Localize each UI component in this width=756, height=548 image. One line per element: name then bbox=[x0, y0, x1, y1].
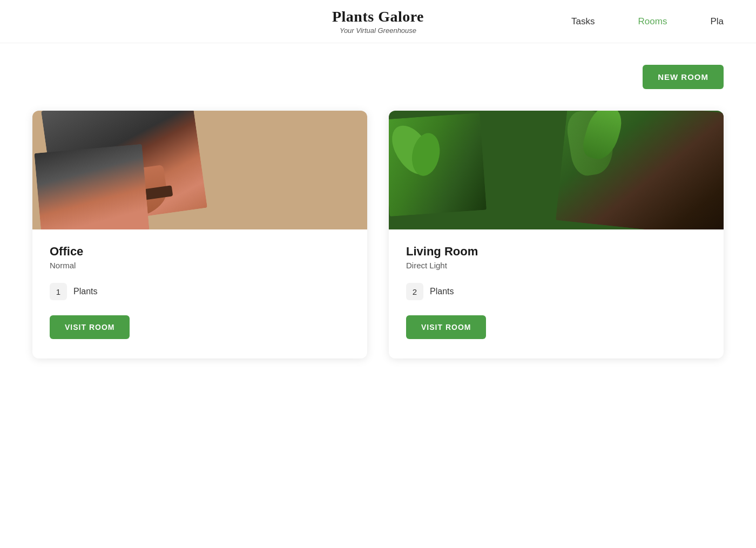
room-card-living-room: Living Room Direct Light 2 Plants VISIT … bbox=[389, 111, 724, 358]
nav-rooms[interactable]: Rooms bbox=[638, 16, 667, 27]
office-card-image bbox=[32, 111, 367, 229]
rooms-grid: Office Normal 1 Plants VISIT ROOM bbox=[32, 111, 724, 358]
office-plants-label: Plants bbox=[73, 287, 97, 296]
plant-visual bbox=[556, 111, 724, 229]
living-image-bg bbox=[389, 111, 724, 229]
living-room-plants-count-row: 2 Plants bbox=[406, 283, 706, 300]
office-visit-room-button[interactable]: VISIT ROOM bbox=[50, 315, 130, 339]
living-room-plant-count: 2 bbox=[406, 283, 423, 300]
living-room-light: Direct Light bbox=[406, 261, 706, 270]
office-plants-count-row: 1 Plants bbox=[50, 283, 350, 300]
logo-title: Plants Galore bbox=[332, 8, 424, 25]
living-room-card-body: Living Room Direct Light 2 Plants VISIT … bbox=[389, 229, 724, 358]
room-card-office: Office Normal 1 Plants VISIT ROOM bbox=[32, 111, 367, 358]
logo: Plants Galore Your Virtual Greenhouse bbox=[332, 8, 424, 35]
office-card-body: Office Normal 1 Plants VISIT ROOM bbox=[32, 229, 367, 358]
main-content: NEW ROOM Office Normal 1 bbox=[0, 43, 756, 380]
living-room-name: Living Room bbox=[406, 245, 706, 259]
living-image-inner bbox=[556, 111, 724, 229]
office-room-light: Normal bbox=[50, 261, 350, 270]
logo-subtitle: Your Virtual Greenhouse bbox=[332, 26, 424, 35]
top-bar: NEW ROOM bbox=[32, 65, 724, 89]
nav-plants-partial[interactable]: Pla bbox=[710, 16, 724, 27]
office-room-name: Office bbox=[50, 245, 350, 259]
office-image-bg bbox=[32, 111, 367, 229]
new-room-button[interactable]: NEW ROOM bbox=[643, 65, 724, 89]
nav: Tasks Rooms Pla bbox=[571, 16, 724, 27]
header: Plants Galore Your Virtual Greenhouse Ta… bbox=[0, 0, 756, 43]
nav-tasks[interactable]: Tasks bbox=[571, 16, 595, 27]
living-room-card-image bbox=[389, 111, 724, 229]
living-room-visit-room-button[interactable]: VISIT ROOM bbox=[406, 315, 486, 339]
office-plant-count: 1 bbox=[50, 283, 67, 300]
living-room-plants-label: Plants bbox=[430, 287, 454, 296]
